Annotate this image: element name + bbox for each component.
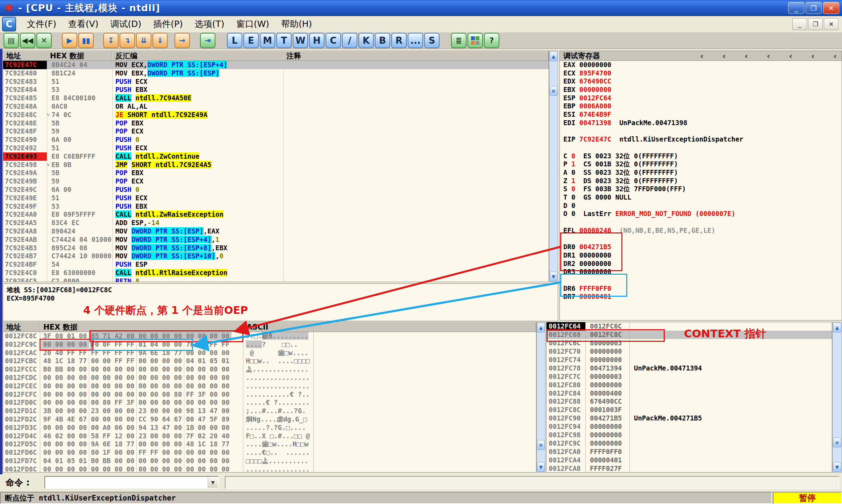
stack-row[interactable]: 0012FC90004271B5UnPackMe.004271B5	[547, 414, 832, 423]
hex-row[interactable]: 0012FCCCB0BB0000000000000000000000000000…	[3, 365, 536, 374]
disasm-row[interactable]: 7C92E4A8890424MOV DWORD PTR SS:[ESP],EAX	[3, 227, 549, 236]
disasm-row[interactable]: 7C92E498˅EB 0BJMP SHORT ntdll.7C92E4A5	[3, 161, 549, 169]
disasm-row[interactable]: 7C92E49F53PUSH EBX	[3, 202, 549, 211]
call-stack-window-button[interactable]: K	[358, 33, 374, 48]
appearance-button[interactable]	[468, 33, 483, 48]
command-combobox[interactable]: ▼	[44, 476, 219, 489]
menu-window[interactable]: 窗口(W)	[230, 16, 275, 31]
disasm-row[interactable]: 7C92E49E51PUSH ECX	[3, 194, 549, 202]
hex-row[interactable]: 0012FD3C0000000000A00600941347001B000000…	[3, 424, 536, 432]
history-chevrons[interactable]: ‹‹‹‹‹‹‹	[682, 51, 842, 60]
hex-dump-scrollbar[interactable]: ▲ ≡ ▼	[536, 322, 545, 473]
source-window-button[interactable]: S	[424, 33, 440, 48]
disasm-row[interactable]: 7C92E48C˅74 0CJE SHORT ntdll.7C92E49A	[3, 111, 549, 119]
stack-row[interactable]: 0012FC7000000000	[547, 347, 832, 356]
disasm-row[interactable]: 7C92E485E8 84C00100CALL ntdll.7C94A50E	[3, 94, 549, 102]
hex-row[interactable]: 0012FD1C3B000000230000002300000098134700…	[3, 407, 536, 415]
combo-dropdown-icon[interactable]: ▼	[208, 477, 218, 488]
disasm-row[interactable]: 7C92E493E8 C6EBFFFFCALL ntdll.ZwContinue	[3, 152, 549, 161]
chevron-left-icon[interactable]: ‹	[722, 51, 726, 60]
run-trace-window-button[interactable]: ...	[408, 33, 423, 48]
references-window-button[interactable]: R	[391, 33, 407, 48]
menu-debug[interactable]: 调试(D)	[105, 16, 148, 31]
hex-row[interactable]: 0012FCBC481C18770000FFFF0000000004010501…	[3, 357, 536, 365]
hex-row[interactable]: 0012FD6C00000000801F0000FFFF000000000000…	[3, 448, 536, 457]
stack-row[interactable]: 0012FC9C00000000	[547, 439, 832, 448]
chevron-left-icon[interactable]: ‹	[811, 51, 814, 60]
scroll-thumb[interactable]: ≡	[537, 440, 545, 450]
threads-window-button[interactable]: T	[276, 33, 292, 48]
handles-window-button[interactable]: H	[309, 33, 324, 48]
disasm-row[interactable]: 7C92E49C6A 00PUSH 0	[3, 186, 549, 194]
close-button[interactable]: ✕	[823, 2, 839, 14]
hex-row[interactable]: 0012FD5C000000009A6E187700000000481C1877…	[3, 440, 536, 448]
hex-row[interactable]: 0012FCAC2040FFFFFFFFFFFF9A6E187700000000…	[3, 349, 536, 357]
breakpoints-window-button[interactable]: B	[375, 33, 390, 48]
hex-row[interactable]: 0012FD7C04010501B0BB00000000000000000000…	[3, 457, 536, 465]
scroll-up-icon[interactable]: ▲	[550, 51, 557, 61]
menu-file[interactable]: 文件(F)	[21, 16, 62, 31]
disasm-row[interactable]: 7C92E4ABC74424 04 01000MOV DWORD PTR SS:…	[3, 236, 549, 244]
chevron-left-icon[interactable]: ‹	[745, 51, 748, 60]
column-header-1[interactable]: HEX 数据	[47, 51, 112, 60]
stack-row[interactable]: 0012FC8000000000	[547, 381, 832, 389]
maximize-button[interactable]: ❐	[806, 2, 822, 14]
column-header-1[interactable]: HEX 数据	[40, 322, 243, 332]
column-header-0[interactable]: 地址	[3, 51, 47, 60]
command-input[interactable]	[45, 477, 208, 488]
column-header-3[interactable]: 注释	[283, 51, 549, 60]
disasm-row[interactable]: 7C92E4B7C74424 10 00000MOV DWORD PTR SS:…	[3, 252, 549, 260]
mdi-close-button[interactable]: ✕	[824, 18, 839, 30]
stack-row[interactable]: 0012FC9400000000	[547, 423, 832, 431]
step-into-button[interactable]: ↧	[103, 33, 119, 48]
disasm-row[interactable]: 7C92E49251PUSH ECX	[3, 144, 549, 152]
mdi-minimize-button[interactable]: _	[792, 18, 807, 30]
disasm-row[interactable]: 7C92E49A5BPOP EBX	[3, 169, 549, 177]
column-header-0[interactable]: 地址	[3, 322, 40, 332]
menu-options[interactable]: 选项(T)	[189, 16, 230, 31]
disasm-row[interactable]: 7C92E4BF54PUSH ESP	[3, 260, 549, 269]
run-button[interactable]: ▶	[62, 33, 77, 48]
disasm-row[interactable]: 7C92E48453PUSH EBX	[3, 86, 549, 94]
stack-row[interactable]: 0012FCA0FFFF0FF0	[547, 448, 832, 456]
disasm-row[interactable]: 7C92E48351PUSH ECX	[3, 78, 549, 86]
stack-row[interactable]: 0012FC8C0001003F	[547, 406, 832, 414]
open-file-button[interactable]: ▤	[3, 33, 19, 48]
hex-row[interactable]: 0012FD0C000000000080FF3F0000000000000000…	[3, 398, 536, 407]
chevron-left-icon[interactable]: ‹	[834, 51, 837, 60]
hex-row[interactable]: 0012FC9C00000000F00FFFFF010400007F02FFFF…	[3, 340, 536, 349]
windows-window-button[interactable]: W	[293, 33, 308, 48]
disasm-row[interactable]: 7C92E4A0E8 09F5FFFFCALL ntdll.ZwRaiseExc…	[3, 210, 549, 219]
restart-button[interactable]: ◀◀	[20, 33, 35, 48]
executables-window-button[interactable]: E	[243, 33, 259, 48]
stack-row[interactable]: 0012FC88676490CC	[547, 397, 832, 406]
scroll-down-icon[interactable]: ▼	[833, 462, 841, 472]
scroll-up-icon[interactable]: ▲	[833, 323, 841, 332]
pause-button[interactable]: ▮▮	[78, 33, 94, 48]
disasm-row[interactable]: 7C92E48E5BPOP EBX	[3, 119, 549, 128]
hex-row[interactable]: 0012FD4C4602000058FF1200230000007F022040…	[3, 432, 536, 440]
hex-row[interactable]: 0012FD2C9F4B4E6700000000CC90646700475F89…	[3, 415, 536, 424]
stack-row[interactable]: 0012FC7800471394UnPackMe.00471394	[547, 364, 832, 373]
menu-view[interactable]: 查看(V)	[62, 16, 105, 31]
chevron-left-icon[interactable]: ‹	[789, 51, 792, 60]
stack-row[interactable]: 0012FC8400000400	[547, 389, 832, 398]
stack-row[interactable]: 0012FCA8FFFF027F	[547, 465, 832, 472]
stack-row[interactable]: 0012FC9800000000	[547, 431, 832, 439]
trace-into-button[interactable]: ⇊	[136, 33, 151, 48]
scroll-down-icon[interactable]: ▼	[550, 272, 557, 281]
minimize-button[interactable]: _	[788, 2, 804, 14]
disasm-row[interactable]: 7C92E4906A 00PUSH 0	[3, 136, 549, 144]
chevron-left-icon[interactable]: ‹	[767, 51, 770, 60]
stack-row[interactable]: 0012FC7400000000	[547, 356, 832, 364]
disasm-row[interactable]: 7C92E4808B1C24MOV EBX,DWORD PTR SS:[ESP]	[3, 69, 549, 78]
log-window-button[interactable]: L	[227, 33, 242, 48]
hex-row[interactable]: 0012FD8C00000000000000000000000000000000…	[3, 465, 536, 473]
cpu-window-button[interactable]: C	[326, 33, 341, 48]
step-over-button[interactable]: ↴	[120, 33, 135, 48]
column-header-2[interactable]: ASCII	[243, 322, 314, 332]
close-process-button[interactable]: ✕	[36, 33, 52, 48]
stack-scrollbar[interactable]: ▲ ≡ ▼	[832, 322, 842, 473]
cpu-window-icon[interactable]: C	[2, 17, 16, 31]
disasm-row[interactable]: 7C92E4B3895C24 08MOV DWORD PTR SS:[ESP+8…	[3, 244, 549, 252]
